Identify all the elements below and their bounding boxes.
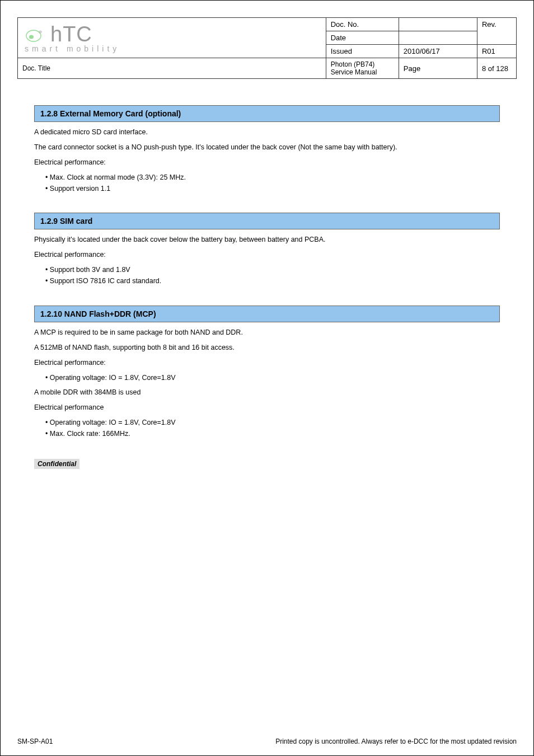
body-text: Electrical performance: [34, 158, 500, 167]
body-text: A 512MB of NAND flash, supporting both 8… [34, 343, 500, 353]
bullet-item: • Support both 3V and 1.8V [45, 265, 500, 275]
confidential-badge: Confidential [34, 459, 79, 469]
issued-value: 2010/06/17 [399, 45, 477, 58]
doc-no-label: Doc. No. [326, 18, 399, 31]
header-table: hTC smart mobility Doc. No. Rev. Date Is… [17, 17, 517, 79]
body-text: A MCP is required to be in same package … [34, 328, 500, 337]
bullet-item: • Operating voltage: IO = 1.8V, Core=1.8… [45, 373, 500, 383]
rev-label: Rev. [482, 20, 512, 29]
rev-value: R01 [477, 45, 516, 58]
brand-name: hTC [50, 22, 92, 46]
doc-title-label: Doc. Title [18, 58, 326, 79]
page-label: Page [399, 58, 477, 79]
body-text: Electrical performance: [34, 358, 500, 368]
date-label: Date [326, 31, 399, 45]
brand-logo: hTC [25, 22, 92, 46]
body-text: A dedicated micro SD card interface. [34, 128, 500, 137]
body-text: The card connector socket is a NO push-p… [34, 143, 500, 152]
section-header-3: 1.2.10 NAND Flash+DDR (MCP) [34, 306, 500, 322]
bullet-item: • Operating voltage: IO = 1.8V, Core=1.8… [45, 418, 500, 428]
bullet-item: • Max. Clock rate: 166MHz. [45, 429, 500, 439]
rev-cell: Rev. [477, 18, 516, 45]
body-text: A mobile DDR with 384MB is used [34, 388, 500, 397]
bullet-item: • Max. Clock at normal mode (3.3V): 25 M… [45, 173, 500, 182]
doc-title-value: Photon (PB74) Service Manual [326, 58, 399, 79]
bullet-item: • Support ISO 7816 IC card standard. [45, 276, 500, 286]
logo-cell: hTC smart mobility [18, 18, 326, 58]
body-text: Electrical performance [34, 403, 500, 412]
footer-left: SM-SP-A01 [17, 738, 53, 745]
body-text: Electrical performance: [34, 250, 500, 260]
doc-no-value [399, 18, 477, 31]
footer: SM-SP-A01 Printed copy is uncontrolled. … [17, 738, 517, 745]
page-container: hTC smart mobility Doc. No. Rev. Date Is… [0, 0, 534, 756]
svg-point-2 [39, 30, 42, 33]
page-value: 8 of 128 [477, 58, 516, 79]
confidential-label: Confidential [34, 449, 500, 469]
section-header-2: 1.2.9 SIM card [34, 213, 500, 229]
bullet-item: • Support version 1.1 [45, 184, 500, 194]
footer-right: Printed copy is uncontrolled. Always ref… [275, 738, 517, 745]
content-area: 1.2.8 External Memory Card (optional) A … [17, 96, 517, 469]
date-value [399, 31, 477, 45]
section-header-1: 1.2.8 External Memory Card (optional) [34, 105, 500, 122]
svg-point-1 [29, 35, 34, 39]
issued-label: Issued [326, 45, 399, 58]
htc-logo-icon [25, 24, 47, 46]
body-text: Physically it's located under the back c… [34, 235, 500, 245]
